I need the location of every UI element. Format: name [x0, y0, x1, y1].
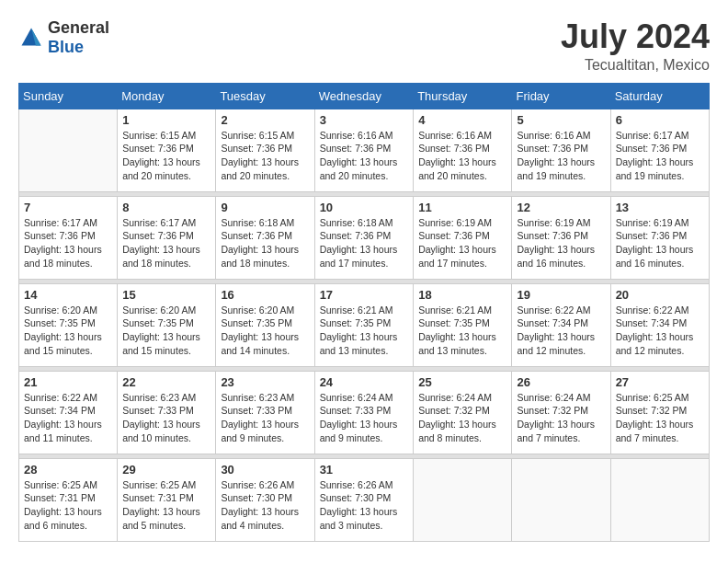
logo: General Blue [18, 18, 109, 57]
day-number: 28 [24, 463, 112, 477]
day-info: Sunrise: 6:26 AM Sunset: 7:30 PM Dayligh… [320, 478, 409, 533]
day-info: Sunrise: 6:20 AM Sunset: 7:35 PM Dayligh… [122, 304, 210, 358]
title-block: July 2024 Tecualtitan, Mexico [561, 18, 710, 74]
day-info: Sunrise: 6:22 AM Sunset: 7:34 PM Dayligh… [24, 391, 112, 445]
day-number: 17 [320, 288, 409, 302]
weekday-row: SundayMondayTuesdayWednesdayThursdayFrid… [19, 83, 710, 109]
day-info: Sunrise: 6:24 AM Sunset: 7:33 PM Dayligh… [320, 391, 409, 445]
day-info: Sunrise: 6:17 AM Sunset: 7:36 PM Dayligh… [122, 216, 210, 270]
calendar-cell: 18Sunrise: 6:21 AM Sunset: 7:35 PM Dayli… [414, 283, 512, 366]
day-info: Sunrise: 6:16 AM Sunset: 7:36 PM Dayligh… [517, 129, 605, 183]
calendar-cell: 30Sunrise: 6:26 AM Sunset: 7:30 PM Dayli… [216, 458, 314, 541]
day-info: Sunrise: 6:18 AM Sunset: 7:36 PM Dayligh… [221, 216, 309, 270]
day-number: 7 [24, 201, 112, 214]
calendar-cell: 28Sunrise: 6:25 AM Sunset: 7:31 PM Dayli… [19, 458, 118, 541]
calendar-week-row: 21Sunrise: 6:22 AM Sunset: 7:34 PM Dayli… [19, 371, 710, 454]
day-info: Sunrise: 6:18 AM Sunset: 7:36 PM Dayligh… [320, 216, 409, 270]
day-info: Sunrise: 6:21 AM Sunset: 7:35 PM Dayligh… [418, 304, 506, 358]
calendar-cell: 15Sunrise: 6:20 AM Sunset: 7:35 PM Dayli… [118, 283, 216, 366]
day-number: 16 [221, 288, 309, 302]
calendar-header: SundayMondayTuesdayWednesdayThursdayFrid… [19, 83, 710, 109]
day-info: Sunrise: 6:21 AM Sunset: 7:35 PM Dayligh… [320, 304, 409, 358]
weekday-header: Tuesday [216, 83, 314, 109]
calendar-cell: 6Sunrise: 6:17 AM Sunset: 7:36 PM Daylig… [610, 109, 709, 191]
day-info: Sunrise: 6:23 AM Sunset: 7:33 PM Dayligh… [221, 391, 309, 445]
calendar-cell: 21Sunrise: 6:22 AM Sunset: 7:34 PM Dayli… [19, 371, 118, 454]
calendar-cell: 25Sunrise: 6:24 AM Sunset: 7:32 PM Dayli… [414, 371, 512, 454]
calendar-cell: 5Sunrise: 6:16 AM Sunset: 7:36 PM Daylig… [512, 109, 610, 191]
day-info: Sunrise: 6:19 AM Sunset: 7:36 PM Dayligh… [517, 216, 605, 270]
weekday-header: Saturday [610, 83, 709, 109]
day-number: 15 [122, 288, 210, 302]
day-number: 9 [221, 201, 309, 214]
calendar-cell: 10Sunrise: 6:18 AM Sunset: 7:36 PM Dayli… [314, 196, 414, 279]
day-number: 19 [517, 288, 605, 302]
calendar-cell [610, 458, 709, 541]
day-info: Sunrise: 6:17 AM Sunset: 7:36 PM Dayligh… [616, 129, 704, 183]
day-info: Sunrise: 6:19 AM Sunset: 7:36 PM Dayligh… [418, 216, 506, 270]
day-number: 27 [616, 375, 704, 389]
day-number: 3 [320, 113, 409, 127]
day-number: 11 [418, 201, 506, 214]
weekday-header: Wednesday [314, 83, 414, 109]
day-info: Sunrise: 6:26 AM Sunset: 7:30 PM Dayligh… [221, 478, 309, 533]
day-info: Sunrise: 6:25 AM Sunset: 7:32 PM Dayligh… [616, 391, 704, 445]
day-number: 20 [616, 288, 704, 302]
calendar-cell: 16Sunrise: 6:20 AM Sunset: 7:35 PM Dayli… [216, 283, 314, 366]
weekday-header: Sunday [19, 83, 118, 109]
calendar-cell: 14Sunrise: 6:20 AM Sunset: 7:35 PM Dayli… [19, 283, 118, 366]
logo-blue: Blue [48, 38, 84, 56]
day-number: 2 [221, 113, 309, 127]
calendar-cell: 24Sunrise: 6:24 AM Sunset: 7:33 PM Dayli… [314, 371, 414, 454]
day-info: Sunrise: 6:22 AM Sunset: 7:34 PM Dayligh… [616, 304, 704, 358]
calendar-cell: 19Sunrise: 6:22 AM Sunset: 7:34 PM Dayli… [512, 283, 610, 366]
calendar-week-row: 28Sunrise: 6:25 AM Sunset: 7:31 PM Dayli… [19, 458, 710, 541]
calendar-week-row: 14Sunrise: 6:20 AM Sunset: 7:35 PM Dayli… [19, 283, 710, 366]
calendar-cell: 8Sunrise: 6:17 AM Sunset: 7:36 PM Daylig… [118, 196, 216, 279]
day-number: 8 [122, 201, 210, 214]
calendar-cell [512, 458, 610, 541]
day-number: 24 [320, 375, 409, 389]
day-number: 21 [24, 375, 112, 389]
day-info: Sunrise: 6:19 AM Sunset: 7:36 PM Dayligh… [616, 216, 704, 270]
day-info: Sunrise: 6:25 AM Sunset: 7:31 PM Dayligh… [122, 478, 210, 533]
day-number: 6 [616, 113, 704, 127]
calendar-cell: 11Sunrise: 6:19 AM Sunset: 7:36 PM Dayli… [414, 196, 512, 279]
day-number: 10 [320, 201, 409, 214]
day-number: 12 [517, 201, 605, 214]
day-number: 30 [221, 463, 309, 477]
calendar-cell: 7Sunrise: 6:17 AM Sunset: 7:36 PM Daylig… [19, 196, 118, 279]
calendar-body: 1Sunrise: 6:15 AM Sunset: 7:36 PM Daylig… [19, 109, 710, 541]
calendar-week-row: 7Sunrise: 6:17 AM Sunset: 7:36 PM Daylig… [19, 196, 710, 279]
calendar-cell: 1Sunrise: 6:15 AM Sunset: 7:36 PM Daylig… [118, 109, 216, 191]
day-number: 18 [418, 288, 506, 302]
day-info: Sunrise: 6:23 AM Sunset: 7:33 PM Dayligh… [122, 391, 210, 445]
day-info: Sunrise: 6:20 AM Sunset: 7:35 PM Dayligh… [24, 304, 112, 358]
logo-text: General Blue [48, 18, 109, 57]
day-number: 14 [24, 288, 112, 302]
day-number: 1 [122, 113, 210, 127]
page-header: General Blue July 2024 Tecualtitan, Mexi… [18, 18, 710, 74]
weekday-header: Thursday [414, 83, 512, 109]
day-number: 23 [221, 375, 309, 389]
calendar-cell: 2Sunrise: 6:15 AM Sunset: 7:36 PM Daylig… [216, 109, 314, 191]
logo-icon [18, 25, 44, 51]
calendar-table: SundayMondayTuesdayWednesdayThursdayFrid… [18, 83, 710, 542]
day-info: Sunrise: 6:20 AM Sunset: 7:35 PM Dayligh… [221, 304, 309, 358]
calendar-cell: 13Sunrise: 6:19 AM Sunset: 7:36 PM Dayli… [610, 196, 709, 279]
calendar-week-row: 1Sunrise: 6:15 AM Sunset: 7:36 PM Daylig… [19, 109, 710, 191]
day-number: 26 [517, 375, 605, 389]
weekday-header: Monday [118, 83, 216, 109]
logo-general: General [48, 18, 109, 37]
day-number: 25 [418, 375, 506, 389]
calendar-cell: 31Sunrise: 6:26 AM Sunset: 7:30 PM Dayli… [314, 458, 414, 541]
calendar-cell: 29Sunrise: 6:25 AM Sunset: 7:31 PM Dayli… [118, 458, 216, 541]
calendar-cell: 17Sunrise: 6:21 AM Sunset: 7:35 PM Dayli… [314, 283, 414, 366]
day-info: Sunrise: 6:22 AM Sunset: 7:34 PM Dayligh… [517, 304, 605, 358]
day-number: 4 [418, 113, 506, 127]
calendar-cell: 22Sunrise: 6:23 AM Sunset: 7:33 PM Dayli… [118, 371, 216, 454]
day-info: Sunrise: 6:25 AM Sunset: 7:31 PM Dayligh… [24, 478, 112, 533]
day-number: 22 [122, 375, 210, 389]
day-number: 29 [122, 463, 210, 477]
calendar-cell: 23Sunrise: 6:23 AM Sunset: 7:33 PM Dayli… [216, 371, 314, 454]
